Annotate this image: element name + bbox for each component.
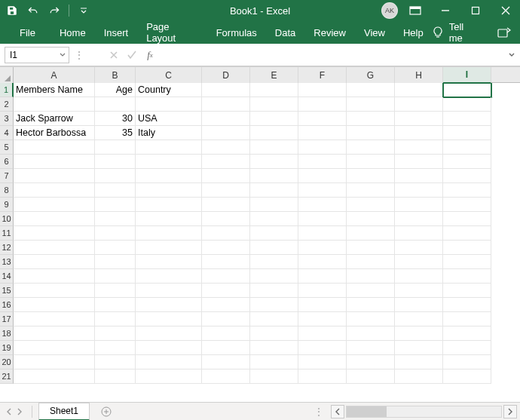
cell-C16[interactable]	[136, 298, 202, 312]
cell-B18[interactable]	[95, 326, 136, 341]
cell-A1[interactable]: Members Name	[14, 83, 95, 97]
formula-input[interactable]	[159, 47, 503, 63]
cell-B20[interactable]	[95, 355, 136, 369]
cell-A18[interactable]	[14, 326, 95, 341]
cell-B3[interactable]: 30	[95, 112, 136, 126]
share-icon[interactable]	[497, 26, 511, 38]
cell-F17[interactable]	[298, 312, 347, 326]
tab-file[interactable]: File	[11, 21, 44, 44]
column-header-C[interactable]: C	[136, 67, 202, 84]
cell-A4[interactable]: Hector Barbossa	[14, 126, 95, 140]
cell-B10[interactable]	[95, 212, 136, 226]
cell-H18[interactable]	[395, 326, 443, 341]
row-header[interactable]: 8	[0, 183, 14, 198]
cell-D7[interactable]	[202, 169, 250, 183]
cell-C10[interactable]	[136, 212, 202, 226]
cell-D16[interactable]	[202, 298, 250, 312]
cell-H5[interactable]	[395, 140, 443, 155]
cell-D11[interactable]	[202, 226, 250, 241]
cell-H3[interactable]	[395, 112, 443, 126]
cell-H4[interactable]	[395, 126, 443, 140]
cell-B11[interactable]	[95, 226, 136, 241]
cell-H1[interactable]	[395, 83, 443, 97]
cell-I16[interactable]	[443, 298, 491, 312]
cell-G1[interactable]	[347, 83, 395, 97]
cell-B8[interactable]	[95, 183, 136, 198]
cell-C14[interactable]	[136, 269, 202, 284]
cell-A6[interactable]	[14, 155, 95, 169]
cell-D12[interactable]	[202, 241, 250, 255]
cell-D20[interactable]	[202, 355, 250, 369]
row-header[interactable]: 7	[0, 169, 14, 183]
cell-D18[interactable]	[202, 326, 250, 341]
cell-I10[interactable]	[443, 212, 491, 226]
cell-G3[interactable]	[347, 112, 395, 126]
tellme-lightbulb-icon[interactable]	[433, 26, 443, 38]
minimize-icon[interactable]	[433, 0, 458, 21]
sheet-tab-active[interactable]: Sheet1	[38, 403, 90, 421]
cell-A7[interactable]	[14, 169, 95, 183]
cell-H9[interactable]	[395, 198, 443, 212]
name-box[interactable]: I1	[5, 47, 69, 63]
cell-F8[interactable]	[298, 183, 347, 198]
expand-formula-bar-icon[interactable]	[505, 48, 518, 61]
column-header-H[interactable]: H	[395, 67, 443, 84]
cell-F20[interactable]	[298, 355, 347, 369]
cell-F6[interactable]	[298, 155, 347, 169]
cell-G9[interactable]	[347, 198, 395, 212]
cell-I1[interactable]	[443, 83, 491, 97]
cell-B14[interactable]	[95, 269, 136, 284]
cell-A12[interactable]	[14, 241, 95, 255]
cell-D13[interactable]	[202, 255, 250, 269]
cell-E7[interactable]	[250, 169, 298, 183]
enter-formula-icon[interactable]	[123, 46, 141, 64]
cell-F11[interactable]	[298, 226, 347, 241]
cell-B5[interactable]	[95, 140, 136, 155]
redo-icon[interactable]	[45, 2, 63, 20]
tell-me-label[interactable]: Tell me	[449, 21, 476, 44]
cell-A11[interactable]	[14, 226, 95, 241]
cell-I7[interactable]	[443, 169, 491, 183]
cell-C7[interactable]	[136, 169, 202, 183]
cell-E8[interactable]	[250, 183, 298, 198]
tab-help[interactable]: Help	[394, 21, 433, 44]
row-header[interactable]: 14	[0, 269, 14, 284]
cell-H6[interactable]	[395, 155, 443, 169]
cell-I12[interactable]	[443, 241, 491, 255]
cell-G14[interactable]	[347, 269, 395, 284]
cell-E20[interactable]	[250, 355, 298, 369]
row-header[interactable]: 20	[0, 355, 14, 369]
cell-D14[interactable]	[202, 269, 250, 284]
row-header[interactable]: 3	[0, 112, 14, 126]
cell-C6[interactable]	[136, 155, 202, 169]
cell-B17[interactable]	[95, 312, 136, 326]
cell-C5[interactable]	[136, 140, 202, 155]
cell-D21[interactable]	[202, 369, 250, 384]
cell-C2[interactable]	[136, 97, 202, 112]
cell-A15[interactable]	[14, 284, 95, 298]
new-sheet-button[interactable]	[96, 404, 117, 419]
cell-A19[interactable]	[14, 341, 95, 355]
cell-G11[interactable]	[347, 226, 395, 241]
cell-D6[interactable]	[202, 155, 250, 169]
cell-B16[interactable]	[95, 298, 136, 312]
horizontal-scrollbar[interactable]	[346, 406, 502, 418]
cell-G6[interactable]	[347, 155, 395, 169]
cell-B7[interactable]	[95, 169, 136, 183]
cell-I14[interactable]	[443, 269, 491, 284]
cell-H12[interactable]	[395, 241, 443, 255]
scrollbar-thumb[interactable]	[347, 406, 387, 417]
cell-G2[interactable]	[347, 97, 395, 112]
cell-I19[interactable]	[443, 341, 491, 355]
tab-data[interactable]: Data	[266, 21, 304, 44]
cell-E12[interactable]	[250, 241, 298, 255]
row-header[interactable]: 18	[0, 326, 14, 341]
cell-H11[interactable]	[395, 226, 443, 241]
cell-C8[interactable]	[136, 183, 202, 198]
tab-insert[interactable]: Insert	[95, 21, 138, 44]
cell-F14[interactable]	[298, 269, 347, 284]
column-header-E[interactable]: E	[250, 67, 298, 84]
cell-E6[interactable]	[250, 155, 298, 169]
cell-B19[interactable]	[95, 341, 136, 355]
cell-D8[interactable]	[202, 183, 250, 198]
